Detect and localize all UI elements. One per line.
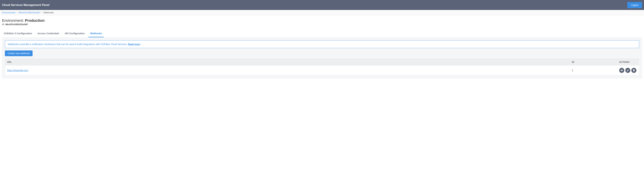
environment-id-line: ID: 96c4f7b13ff01f23c067 [2, 23, 642, 26]
table-row: https://example.com 1 [5, 66, 639, 76]
column-header-actions: ACTIONS [617, 59, 639, 66]
breadcrumb-current: Webhooks [44, 11, 54, 14]
breadcrumb: Environments / 96c4f7b13ff01f23c067 / We… [0, 10, 644, 15]
breadcrumb-separator: / [42, 11, 42, 14]
view-button[interactable] [619, 68, 624, 73]
webhooks-table: URL ID ACTIONS https://example.com 1 [5, 58, 639, 76]
eye-icon [620, 69, 623, 72]
environment-heading: Environment: Production [2, 18, 642, 23]
info-box: Webhooks resemble a notification mechani… [5, 40, 639, 48]
action-buttons [619, 68, 637, 73]
column-header-id: ID [570, 59, 617, 66]
table-header-row: URL ID ACTIONS [5, 59, 639, 66]
create-webhook-button[interactable]: Create new webhook [5, 50, 32, 56]
breadcrumb-separator: / [17, 11, 17, 14]
column-header-url: URL [5, 59, 570, 66]
topbar: Cloud Services Management Panel Logout [0, 0, 644, 10]
edit-button[interactable] [625, 68, 630, 73]
pencil-icon [626, 69, 629, 72]
tab-webhooks[interactable]: Webhooks [88, 30, 104, 37]
environment-label: Environment: [2, 18, 25, 22]
webhook-url-link[interactable]: https://example.com [7, 69, 28, 72]
tabs: CKEditor 5 Configuration Access Credenti… [0, 30, 644, 38]
read-more-link[interactable]: Read more [128, 43, 140, 46]
environment-id-label: ID: [2, 23, 6, 26]
webhook-id-cell: 1 [570, 66, 617, 76]
logout-button[interactable]: Logout [627, 2, 642, 8]
environment-id: 96c4f7b13ff01f23c067 [6, 23, 28, 26]
tab-ckeditor-config[interactable]: CKEditor 5 Configuration [2, 30, 34, 37]
page-header: Environment: Production ID: 96c4f7b13ff0… [0, 15, 644, 27]
delete-button[interactable] [631, 68, 636, 73]
app-title: Cloud Services Management Panel [2, 3, 50, 7]
info-text: Webhooks resemble a notification mechani… [8, 43, 128, 46]
breadcrumb-env-id-link[interactable]: 96c4f7b13ff01f23c067 [18, 11, 40, 14]
breadcrumb-environments-link[interactable]: Environments [2, 11, 15, 14]
trash-icon [632, 69, 635, 72]
content-panel: Webhooks resemble a notification mechani… [2, 38, 642, 78]
environment-name: Production [25, 18, 44, 22]
tab-access-credentials[interactable]: Access Credentials [36, 30, 61, 37]
tab-api-configuration[interactable]: API Configuration [63, 30, 86, 37]
info-period: . [140, 43, 141, 46]
